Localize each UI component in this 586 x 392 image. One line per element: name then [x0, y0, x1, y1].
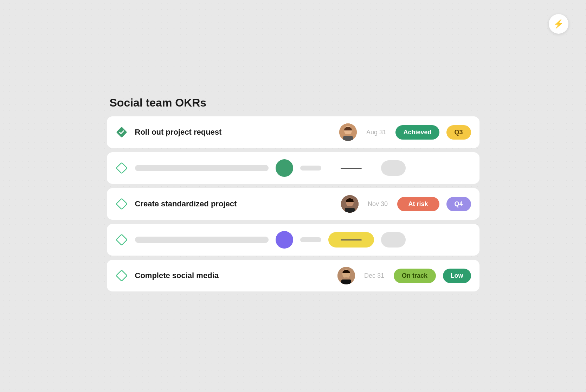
status-placeholder: [328, 160, 374, 176]
table-row: Create standardized project Nov 30 At ri…: [107, 188, 479, 220]
quarter-badge[interactable]: Q4: [446, 197, 471, 211]
svg-rect-0: [116, 127, 127, 137]
due-date: Aug 31: [364, 129, 388, 136]
table-row: [107, 152, 479, 184]
avatar: [339, 123, 357, 141]
page-title: Social team OKRs: [107, 96, 479, 109]
due-date-placeholder: [300, 237, 321, 242]
status-badge[interactable]: At risk: [397, 197, 439, 211]
due-date: Dec 31: [362, 272, 387, 279]
quarter-badge[interactable]: Low: [443, 269, 471, 283]
status-line: [341, 239, 362, 240]
avatar: [341, 195, 359, 213]
task-title: Complete social media: [135, 271, 330, 280]
diamond-outline-icon: [115, 162, 128, 174]
task-title-placeholder: [135, 237, 269, 243]
due-date-placeholder: [300, 166, 321, 171]
diamond-outline-icon: [115, 269, 128, 282]
svg-rect-16: [341, 279, 351, 284]
status-placeholder: [328, 232, 374, 248]
svg-rect-5: [116, 162, 127, 173]
lightning-button[interactable]: ⚡: [549, 14, 568, 34]
diamond-filled-icon: [115, 126, 128, 139]
svg-rect-11: [116, 234, 127, 245]
status-badge[interactable]: On track: [394, 269, 436, 283]
svg-rect-12: [116, 270, 127, 281]
status-line: [341, 168, 362, 169]
quarter-placeholder: [381, 232, 406, 248]
task-title: Roll out project request: [135, 128, 333, 137]
table-row: Roll out project request Aug 31 Achieved…: [107, 116, 479, 148]
avatar: [276, 231, 293, 249]
diamond-outline-icon: [115, 233, 128, 246]
quarter-badge[interactable]: Q3: [446, 125, 471, 140]
quarter-placeholder: [381, 160, 406, 176]
lightning-icon: ⚡: [553, 19, 564, 29]
diamond-outline-icon: [115, 198, 128, 210]
status-badge[interactable]: Achieved: [395, 125, 439, 140]
due-date: Nov 30: [366, 200, 390, 208]
svg-rect-4: [343, 136, 353, 141]
table-row: [107, 224, 479, 256]
avatar: [337, 267, 355, 284]
svg-rect-10: [345, 208, 355, 213]
table-row: Complete social media Dec 31 On track Lo…: [107, 260, 479, 291]
task-title-placeholder: [135, 165, 269, 171]
task-title: Create standardized project: [135, 199, 334, 208]
avatar: [276, 159, 293, 177]
main-container: Social team OKRs Roll out project reques…: [107, 96, 479, 296]
svg-rect-6: [116, 198, 127, 209]
